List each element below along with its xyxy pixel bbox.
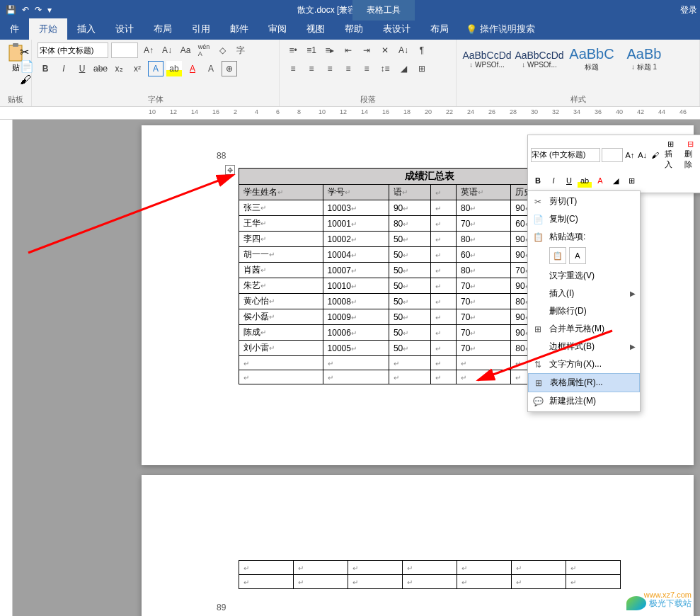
multilevel-icon[interactable]: ≡▸ <box>322 42 338 58</box>
login-button[interactable]: 登录 <box>680 4 697 16</box>
tab-file[interactable]: 件 <box>0 18 29 40</box>
redo-icon[interactable]: ↷ <box>35 5 42 15</box>
char-shading-icon[interactable]: A <box>203 61 219 76</box>
tab-review[interactable]: 审阅 <box>258 18 297 40</box>
menu-tprops-label: 表格属性(R)... <box>550 377 603 389</box>
tab-design[interactable]: 设计 <box>105 18 144 40</box>
pinyin-icon[interactable]: wénA <box>196 42 212 58</box>
clear-format-icon[interactable]: ◇ <box>214 42 230 58</box>
decrease-indent-icon[interactable]: ⇤ <box>340 42 356 58</box>
tab-table-layout[interactable]: 布局 <box>420 18 459 40</box>
grow-font-icon[interactable]: A↑ <box>141 42 156 58</box>
style-gallery-item[interactable]: AaBbC标题 <box>567 42 616 76</box>
line-spacing-icon[interactable]: ↕≡ <box>377 61 393 76</box>
align-left-icon[interactable]: ≡ <box>285 61 301 76</box>
mini-bold-button[interactable]: B <box>531 173 545 188</box>
mini-underline-button[interactable]: U <box>562 173 576 188</box>
qat-dropdown-icon[interactable]: ▾ <box>47 5 52 15</box>
mini-highlight-icon[interactable]: ab <box>578 173 592 188</box>
mini-shrink-font-icon[interactable]: A↓ <box>637 148 648 162</box>
menu-merge-cells[interactable]: ⊞合并单元格(M) <box>528 320 640 338</box>
align-distribute-icon[interactable]: ≡ <box>359 61 374 76</box>
borders-icon[interactable]: ⊞ <box>414 61 430 76</box>
menu-smart-lookup[interactable]: 汉字重选(V) <box>528 267 640 285</box>
increase-indent-icon[interactable]: ⇥ <box>359 42 374 58</box>
menu-insert[interactable]: 插入(I)▶ <box>528 285 640 302</box>
style-gallery-item[interactable]: AaBbCcDd↓ WPSOf... <box>515 46 564 72</box>
vertical-ruler[interactable] <box>0 120 13 616</box>
context-menu: ✂剪切(T) 📄复制(C) 📋粘贴选项: 📋 A 汉字重选(V) 插入(I)▶ … <box>527 190 641 412</box>
mini-size-combo[interactable] <box>602 148 623 162</box>
copy-icon: 📄 <box>532 215 544 224</box>
mini-format-painter-icon[interactable]: 🖌 <box>650 148 661 162</box>
paste-option-2[interactable]: A <box>569 247 586 264</box>
menu-delete-row[interactable]: 删除行(D) <box>528 302 640 320</box>
align-center-icon[interactable]: ≡ <box>304 61 319 76</box>
change-case-icon[interactable]: Aa <box>178 42 193 58</box>
page-2: 89 <box>142 475 694 616</box>
tab-insert[interactable]: 插入 <box>67 18 105 40</box>
mini-italic-button[interactable]: I <box>546 173 561 188</box>
mini-shading-icon[interactable]: ◢ <box>609 173 623 188</box>
mini-grow-font-icon[interactable]: A↑ <box>624 148 636 162</box>
mini-font-combo[interactable] <box>531 148 600 162</box>
strike-button[interactable]: abe <box>93 61 108 76</box>
text-effects-icon[interactable]: A <box>148 61 163 76</box>
paste-option-1[interactable]: 📋 <box>549 247 566 264</box>
char-border-icon[interactable]: 字 <box>233 42 248 58</box>
style-gallery-item[interactable]: AaBbCcDd↓ WPSOf... <box>462 46 512 72</box>
tab-mailings[interactable]: 邮件 <box>220 18 258 40</box>
shrink-font-icon[interactable]: A↓ <box>159 42 175 58</box>
align-right-icon[interactable]: ≡ <box>322 61 338 76</box>
shading-icon[interactable]: ◢ <box>396 61 411 76</box>
mini-delete-label: 删除 <box>684 149 696 170</box>
italic-button[interactable]: I <box>56 61 71 76</box>
numbering-icon[interactable]: ≡1 <box>304 42 319 58</box>
menu-new-comment[interactable]: 💬新建批注(M) <box>528 392 640 410</box>
menu-merge-label: 合并单元格(M) <box>549 323 604 335</box>
show-marks-icon[interactable]: ¶ <box>414 42 430 58</box>
merge-icon: ⊞ <box>532 324 544 334</box>
menu-copy[interactable]: 📄复制(C) <box>528 210 640 228</box>
tab-references[interactable]: 引用 <box>182 18 220 40</box>
font-color-icon[interactable]: A <box>185 61 200 76</box>
copy-icon[interactable]: 📄 <box>20 59 34 73</box>
tab-home[interactable]: 开始 <box>29 18 67 40</box>
tab-table-design[interactable]: 表设计 <box>373 18 420 40</box>
tell-me-search[interactable]: 💡 操作说明搜索 <box>459 18 542 40</box>
tab-view[interactable]: 视图 <box>297 18 335 40</box>
format-painter-icon[interactable]: 🖌 <box>20 74 31 86</box>
asian-layout-icon[interactable]: ✕ <box>377 42 393 58</box>
bullets-icon[interactable]: ≡• <box>285 42 301 58</box>
undo-icon[interactable]: ↶ <box>22 5 29 15</box>
style-gallery-item[interactable]: AaBb↓ 标题 1 <box>619 42 669 76</box>
underline-button[interactable]: U <box>74 61 90 76</box>
empty-table[interactable] <box>239 560 621 589</box>
superscript-button[interactable]: x² <box>130 61 145 76</box>
enclose-char-icon[interactable]: ⊕ <box>222 61 237 76</box>
align-justify-icon[interactable]: ≡ <box>340 61 356 76</box>
horizontal-ruler[interactable]: 1012141624681012141618202224262830323436… <box>0 107 700 120</box>
table-move-handle[interactable]: ✥ <box>225 165 235 175</box>
font-family-combo[interactable] <box>38 42 108 58</box>
menu-text-direction[interactable]: ⇅文字方向(X)... <box>528 355 640 373</box>
cut-icon[interactable]: ✂ <box>20 45 29 59</box>
tab-layout[interactable]: 布局 <box>144 18 182 40</box>
paste-icon: 📋 <box>532 232 544 242</box>
highlight-icon[interactable]: ab <box>166 61 182 76</box>
menu-cut[interactable]: ✂剪切(T) <box>528 193 640 210</box>
mini-font-color-icon[interactable]: A <box>593 173 607 188</box>
menu-border-style[interactable]: 边框样式(B)▶ <box>528 338 640 355</box>
svg-rect-1 <box>13 43 18 47</box>
menu-table-properties[interactable]: ⊞表格属性(R)... <box>528 373 640 392</box>
mini-borders-icon[interactable]: ⊞ <box>624 173 638 188</box>
save-icon[interactable]: 💾 <box>6 5 16 15</box>
mini-delete-button[interactable]: ⊟删除 <box>682 138 699 171</box>
subscript-button[interactable]: x₂ <box>111 61 127 76</box>
bold-button[interactable]: B <box>38 61 53 76</box>
font-size-combo[interactable] <box>111 42 138 58</box>
mini-insert-label: 插入 <box>665 149 677 170</box>
sort-icon[interactable]: A↓ <box>396 42 411 58</box>
tab-help[interactable]: 帮助 <box>335 18 373 40</box>
mini-insert-button[interactable]: ⊞插入 <box>662 138 679 171</box>
